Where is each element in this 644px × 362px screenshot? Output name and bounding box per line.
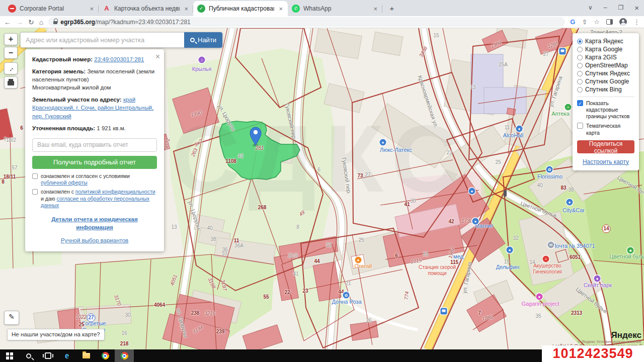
share-link-button[interactable]: Поделиться ссылкой <box>577 140 634 153</box>
profile-avatar[interactable] <box>619 18 627 26</box>
print-icon <box>8 81 14 85</box>
tab-title: Corporate Portal <box>20 5 85 12</box>
reload-button[interactable]: ↻ <box>28 17 34 27</box>
layer-option[interactable]: Карта 2GIS <box>577 53 634 61</box>
lock-icon <box>53 20 57 25</box>
close-icon[interactable]: × <box>155 51 160 62</box>
cadastral-checkbox-icon: ✓ <box>577 100 583 106</box>
cadnum-label: Кадастровый номер: <box>32 56 93 62</box>
close-button[interactable]: × <box>634 4 639 12</box>
forward-button[interactable]: → <box>16 17 23 27</box>
chrome-icon <box>102 352 109 359</box>
url-domain: egrp365.org <box>60 19 95 26</box>
browser-toolbar: ← → ↻ ⌂ egrp365.org/map/?kadnum=23:49:02… <box>0 16 644 28</box>
yandex-logo: Яндекс <box>611 330 641 340</box>
sidebar-icon[interactable] <box>606 19 613 25</box>
radio-icon <box>577 47 583 52</box>
cadastral-borders-toggle[interactable]: ✓ Показать кадастровые границы участков <box>577 100 634 120</box>
chrome-browser-active[interactable] <box>115 349 134 362</box>
minimize-button[interactable]: – <box>604 4 607 11</box>
explorer-icon <box>83 353 90 358</box>
consent-link[interactable]: согласие на обработку персональных данны… <box>41 196 149 209</box>
layer-option[interactable]: Карта Google <box>577 45 634 53</box>
home-button[interactable]: ⌂ <box>39 17 43 27</box>
browser-tab[interactable]: ✓Публичная кадастровая карта -× <box>193 1 288 16</box>
offer-text: ознакомлен и согласен с условиями публич… <box>41 173 157 187</box>
tab-close-icon[interactable]: × <box>372 5 378 13</box>
expand-icon: ↔ <box>5 63 17 75</box>
address-label: Земельный участок по адресу: <box>32 97 122 103</box>
layer-option[interactable]: Спутник Яндекс <box>577 69 634 77</box>
menu-kebab-icon[interactable]: ⋮ <box>633 18 640 26</box>
layer-option[interactable]: Карта Яндекс <box>577 37 634 45</box>
manual-select-link[interactable]: Ручной выбор вариантов <box>32 236 157 244</box>
window-controls: ∨ – ❐ × <box>588 0 639 15</box>
taskbar-search[interactable] <box>19 349 38 362</box>
start-icon <box>6 352 13 359</box>
blocked-favicon <box>8 5 16 13</box>
tab-close-icon[interactable]: × <box>89 5 95 13</box>
area-label: Уточненная площадь: <box>32 125 95 131</box>
report-details-link[interactable]: Детали отчета и юридическая информация <box>32 215 157 231</box>
tab-close-icon[interactable]: × <box>183 5 189 13</box>
back-button[interactable]: ← <box>4 17 11 27</box>
google-icon[interactable]: G <box>570 18 575 26</box>
layer-option[interactable]: OpenStreetMap <box>577 61 634 69</box>
search-input[interactable] <box>20 32 184 48</box>
radio-icon <box>577 79 583 84</box>
map-search-bar: Найти <box>20 32 222 48</box>
search-icon <box>190 38 195 42</box>
category-label: Категория земель: <box>32 68 86 74</box>
browser-window: Corporate Portal×АКарточка объекта недви… <box>0 0 644 362</box>
print-button[interactable] <box>4 76 18 88</box>
address-bar[interactable]: egrp365.org/map/?kadnum=23:49:0203017:28… <box>48 17 565 27</box>
zoom-in-button[interactable]: + <box>4 33 18 45</box>
maximize-button[interactable]: ❐ <box>618 4 623 11</box>
layers-panel: Карта ЯндексКарта GoogleКарта 2GISOpenSt… <box>573 33 639 170</box>
start-button[interactable] <box>0 349 19 362</box>
privacy-checkbox[interactable] <box>32 189 38 195</box>
edge-browser[interactable]: e <box>57 349 76 362</box>
tabs-container: Corporate Portal×АКарточка объекта недви… <box>0 0 382 16</box>
share-icon[interactable]: ⇧ <box>582 18 587 26</box>
chrome-browser[interactable] <box>96 349 115 362</box>
tab-title: Публичная кадастровая карта - <box>209 5 274 12</box>
avito-favicon: А <box>103 5 111 13</box>
browser-tab[interactable]: ✆WhatsApp× <box>288 1 382 16</box>
check-favicon: ✓ <box>197 5 205 13</box>
layer-option[interactable]: Спутник Google <box>577 77 634 85</box>
url-path: /map/?kadnum=23:49:0203017:281 <box>95 19 191 26</box>
not-found-tooltip[interactable]: Не нашли участок/дом на карте? <box>7 329 105 340</box>
map-viewport[interactable]: СДКС ул. Цюрупыул. Цюрупыул. ЦюрупыГуков… <box>0 28 644 349</box>
task-view-button[interactable] <box>38 349 57 362</box>
zoom-out-button[interactable]: − <box>4 47 18 59</box>
fullscreen-button[interactable]: ↔ <box>4 62 18 74</box>
privacy-link[interactable]: политикой конфиденциальности <box>75 189 155 195</box>
browser-tab[interactable]: Corporate Portal× <box>4 1 99 16</box>
tab-title: Карточка объекта недвижимост <box>114 5 180 12</box>
browser-tab[interactable]: АКарточка объекта недвижимост× <box>99 1 193 16</box>
area-value: 1 921 кв.м. <box>97 125 125 131</box>
cadnum-link[interactable]: 23:49:0203017:281 <box>94 56 144 62</box>
pencil-icon: ✎ <box>9 311 15 322</box>
tab-close-icon[interactable]: × <box>278 5 284 13</box>
bookmark-star-icon[interactable]: ☆ <box>594 18 600 26</box>
search-button[interactable]: Найти <box>184 32 222 48</box>
whatsapp-favicon: ✆ <box>292 5 300 13</box>
tab-strip: Corporate Portal×АКарточка объекта недви… <box>0 0 644 16</box>
tab-search-icon[interactable]: ∨ <box>588 4 593 11</box>
thematic-map-toggle[interactable]: Тематическая карта <box>577 123 634 136</box>
thematic-checkbox-icon <box>577 123 583 129</box>
configure-map-link[interactable]: Настроить карту <box>577 158 634 165</box>
draw-button[interactable]: ✎ <box>4 311 19 325</box>
offer-link[interactable]: публичной оферты <box>41 179 88 186</box>
layer-option[interactable]: Спутник Bing <box>577 85 634 94</box>
file-explorer[interactable] <box>76 349 96 362</box>
email-field[interactable] <box>32 138 157 152</box>
toolbar-actions: G ⇧ ☆ ⋮ <box>570 18 640 26</box>
new-tab-button[interactable]: + <box>385 2 398 15</box>
usage-value: Многоквартирный жилой дом <box>32 84 111 90</box>
radio-icon <box>577 71 583 76</box>
get-report-button[interactable]: Получить подробный отчет <box>32 156 157 169</box>
offer-checkbox[interactable] <box>32 173 38 179</box>
